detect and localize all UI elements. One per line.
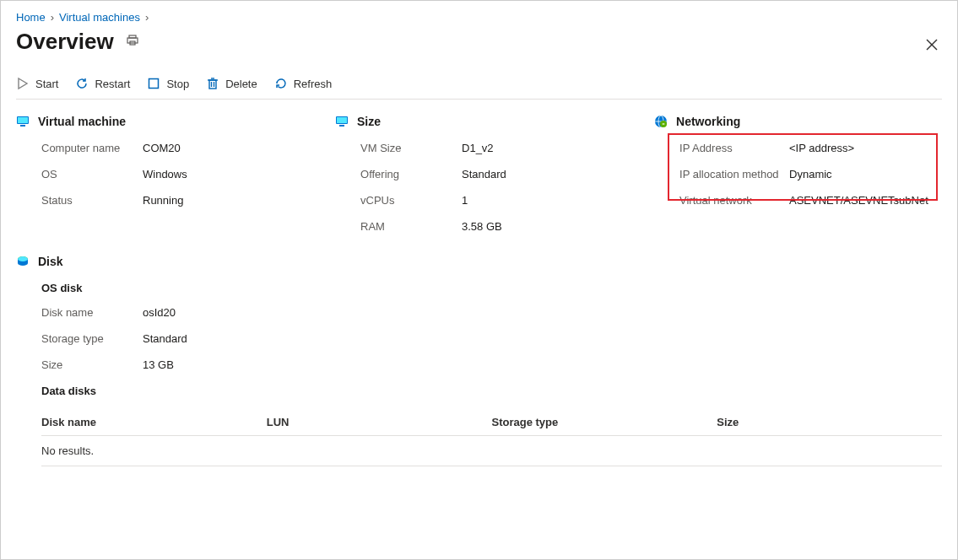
svg-rect-16 bbox=[337, 117, 347, 123]
kv-storage-type: Storage typeStandard bbox=[41, 332, 942, 345]
breadcrumb: Home › Virtual machines › bbox=[16, 11, 942, 24]
breadcrumb-virtual-machines[interactable]: Virtual machines bbox=[59, 11, 140, 24]
kv-vcpus: vCPUs1 bbox=[360, 194, 637, 207]
stop-button[interactable]: Stop bbox=[147, 77, 189, 90]
delete-button[interactable]: Delete bbox=[206, 77, 257, 90]
start-button[interactable]: Start bbox=[16, 77, 58, 90]
kv-ram: RAM3.58 GB bbox=[360, 220, 637, 233]
section-networking: Networking bbox=[654, 115, 942, 128]
monitor-icon bbox=[335, 116, 349, 127]
subhead-data-disks: Data disks bbox=[41, 385, 942, 397]
svg-point-23 bbox=[18, 256, 28, 261]
page-title: Overview bbox=[16, 29, 114, 55]
restart-button[interactable]: Restart bbox=[75, 77, 130, 90]
col-disk-name: Disk name bbox=[41, 416, 267, 428]
breadcrumb-home[interactable]: Home bbox=[16, 11, 46, 24]
kv-ip-address: IP Address<IP address> bbox=[679, 142, 942, 154]
kv-virtual-network: Virtual networkASEVNET/ASEVNETsubNet bbox=[679, 194, 942, 207]
kv-os: OSWindows bbox=[41, 168, 318, 180]
chevron-right-icon: › bbox=[51, 11, 54, 24]
delete-label: Delete bbox=[225, 78, 257, 90]
stop-label: Stop bbox=[166, 78, 189, 90]
kv-offering: OfferingStandard bbox=[360, 168, 637, 180]
toolbar: Start Restart Stop Delete Refresh bbox=[16, 70, 942, 100]
table-row-empty: No results. bbox=[41, 436, 942, 466]
kv-disk-size: Size13 GB bbox=[41, 358, 942, 371]
col-storage-type: Storage type bbox=[492, 416, 717, 428]
svg-rect-1 bbox=[127, 38, 138, 43]
col-lun: LUN bbox=[267, 416, 492, 428]
globe-icon bbox=[654, 115, 668, 128]
col-size: Size bbox=[717, 416, 942, 428]
svg-rect-7 bbox=[209, 80, 216, 89]
svg-rect-6 bbox=[149, 79, 159, 89]
close-icon[interactable] bbox=[925, 38, 939, 54]
start-label: Start bbox=[35, 78, 58, 90]
svg-rect-17 bbox=[339, 125, 344, 127]
svg-rect-14 bbox=[20, 125, 25, 127]
section-disk: Disk bbox=[16, 255, 942, 268]
section-size: Size bbox=[335, 115, 637, 128]
kv-vmsize: VM SizeD1_v2 bbox=[360, 142, 637, 154]
refresh-button[interactable]: Refresh bbox=[274, 77, 333, 90]
disk-icon bbox=[16, 255, 30, 268]
refresh-label: Refresh bbox=[294, 78, 333, 90]
svg-rect-13 bbox=[18, 117, 28, 123]
monitor-icon bbox=[16, 116, 30, 127]
section-virtual-machine: Virtual machine bbox=[16, 115, 318, 128]
chevron-right-icon: › bbox=[145, 11, 149, 24]
svg-marker-5 bbox=[19, 78, 27, 89]
subhead-os-disk: OS disk bbox=[41, 282, 942, 294]
restart-label: Restart bbox=[95, 78, 130, 90]
kv-computer-name: Computer nameCOM20 bbox=[41, 142, 318, 154]
kv-ip-allocation: IP allocation methodDynamic bbox=[679, 168, 942, 180]
data-disks-table-header: Disk name LUN Storage type Size bbox=[41, 409, 942, 436]
kv-status: StatusRunning bbox=[41, 194, 318, 207]
print-icon[interactable] bbox=[126, 34, 139, 50]
kv-disk-name: Disk nameosId20 bbox=[41, 306, 942, 319]
